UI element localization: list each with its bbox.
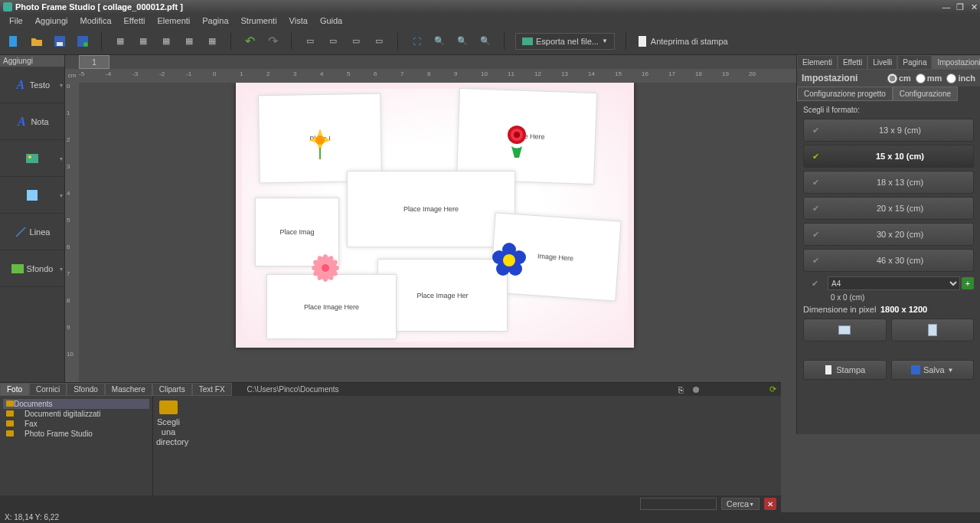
- add-format-button[interactable]: +: [962, 277, 974, 289]
- tree-pfs[interactable]: Photo Frame Studio: [3, 429, 149, 439]
- format-13x9[interactable]: ✔13 x 9 (cm): [803, 119, 974, 142]
- new-icon[interactable]: [6, 34, 21, 49]
- tool-linea[interactable]: Linea: [0, 214, 64, 250]
- browser-tab-maschere[interactable]: Maschere: [105, 383, 152, 396]
- align-4-icon[interactable]: ▦: [181, 34, 197, 49]
- rp-tab-elementi[interactable]: Elementi: [797, 55, 838, 70]
- tool-nota[interactable]: ANota: [0, 103, 64, 140]
- align-5-icon[interactable]: ▦: [204, 34, 220, 49]
- custom-format-select[interactable]: A4: [828, 276, 960, 290]
- app-logo-icon: [3, 2, 12, 11]
- undo-icon[interactable]: ↶: [242, 34, 257, 49]
- subtab-config[interactable]: Configurazione: [893, 87, 958, 101]
- ruler-horizontal: -5-4-3-2-1012345678910111213141516171819…: [79, 69, 796, 83]
- menu-aggiungi[interactable]: Aggiungi: [29, 15, 74, 27]
- browser-tab-textfx[interactable]: Text FX: [192, 383, 232, 396]
- cancel-search-button[interactable]: ✕: [764, 498, 776, 510]
- document-tab-1[interactable]: 1: [79, 55, 109, 69]
- tool-sfondo[interactable]: Sfondo▾: [0, 250, 64, 287]
- svg-rect-6: [639, 36, 646, 47]
- format-30x20[interactable]: ✔30 x 20 (cm): [803, 223, 974, 246]
- zoom-out-icon[interactable]: 🔍: [455, 34, 470, 49]
- rp-tab-impostazioni[interactable]: Impostazioni: [932, 55, 980, 70]
- format-46x30[interactable]: ✔46 x 30 (cm): [803, 249, 974, 272]
- orientation-landscape[interactable]: [803, 319, 887, 342]
- rp-tab-livelli[interactable]: Livelli: [867, 55, 897, 70]
- image-icon: [26, 152, 38, 165]
- maximize-button[interactable]: ❐: [954, 2, 966, 12]
- choose-directory-button[interactable]: Scegli una directory: [153, 396, 184, 450]
- left-tool-panel: Aggiungi ATesto▾ ANota ▾ ▾ Linea Sfondo▾: [0, 55, 65, 434]
- subtab-proj-config[interactable]: Configurazione progetto: [797, 87, 893, 101]
- menubar: File Aggiungi Modifica Effetti Elementi …: [0, 14, 980, 28]
- menu-guida[interactable]: Guida: [314, 15, 348, 27]
- rp-tab-pagina[interactable]: Pagina: [897, 55, 932, 70]
- minimize-button[interactable]: —: [940, 2, 952, 12]
- browser-path: C:\Users\Pinco\Documents: [247, 385, 678, 394]
- layer-2-icon[interactable]: ▭: [325, 34, 341, 49]
- background-icon: [11, 263, 24, 275]
- format-15x10[interactable]: ✔15 x 10 (cm): [803, 145, 974, 168]
- custom-size-label: 0 x 0 (cm): [803, 293, 974, 302]
- tool-image[interactable]: ▾: [0, 140, 64, 177]
- browser-tab-sfondo[interactable]: Sfondo: [67, 383, 105, 396]
- menu-elementi[interactable]: Elementi: [151, 15, 196, 27]
- menu-pagina[interactable]: Pagina: [196, 15, 234, 27]
- save-icon[interactable]: [52, 34, 67, 49]
- unit-inch[interactable]: inch: [946, 74, 975, 83]
- search-input[interactable]: [640, 498, 717, 510]
- redo-icon[interactable]: ↷: [265, 34, 280, 49]
- orientation-portrait[interactable]: [891, 319, 975, 342]
- svg-rect-0: [9, 36, 17, 47]
- menu-file[interactable]: File: [3, 15, 29, 27]
- tree-fax[interactable]: Fax: [3, 419, 149, 429]
- search-button[interactable]: Cerca ▼: [721, 498, 760, 510]
- asset-browser: Foto Cornici Sfondo Maschere Cliparts Te…: [0, 382, 781, 512]
- tool-testo[interactable]: ATesto▾: [0, 67, 64, 103]
- copy-icon[interactable]: ⎘: [678, 385, 684, 394]
- format-18x13[interactable]: ✔18 x 13 (cm): [803, 171, 974, 194]
- svg-rect-2: [57, 42, 63, 46]
- layer-4-icon[interactable]: ▭: [371, 34, 387, 49]
- browser-tab-cornici[interactable]: Cornici: [29, 383, 67, 396]
- open-icon[interactable]: [29, 34, 44, 49]
- unit-cm[interactable]: cm: [887, 74, 911, 83]
- save-button[interactable]: Salva▼: [891, 360, 975, 380]
- save-as-icon[interactable]: [75, 34, 90, 49]
- print-button[interactable]: Stampa: [803, 360, 887, 380]
- pixel-dim-value: 1800 x 1200: [880, 305, 927, 314]
- tree-digitalizzati[interactable]: Documenti digitalizzati: [3, 409, 149, 419]
- align-3-icon[interactable]: ▦: [158, 34, 174, 49]
- zoom-fit-icon[interactable]: ⛶: [409, 34, 424, 49]
- rp-tab-effetti[interactable]: Effetti: [838, 55, 867, 70]
- svg-rect-11: [11, 264, 24, 273]
- thumbnail-size-slider[interactable]: [688, 386, 765, 394]
- tool-shape[interactable]: ▾: [0, 177, 64, 214]
- menu-vista[interactable]: Vista: [283, 15, 314, 27]
- window-title: Photo Frame Studio [ collage_000012.pft …: [15, 2, 939, 11]
- page[interactable]: Place I Image Here Place Image Here Plac…: [236, 83, 634, 348]
- layer-3-icon[interactable]: ▭: [348, 34, 364, 49]
- browser-tab-cliparts[interactable]: Cliparts: [152, 383, 192, 396]
- align-1-icon[interactable]: ▦: [113, 34, 128, 49]
- text-icon: A: [15, 79, 27, 91]
- line-icon: [15, 226, 27, 238]
- menu-strumenti[interactable]: Strumenti: [235, 15, 283, 27]
- svg-rect-30: [825, 365, 831, 374]
- settings-title: Impostazioni: [802, 73, 858, 83]
- zoom-in-icon[interactable]: 🔍: [432, 34, 447, 49]
- layer-1-icon[interactable]: ▭: [302, 34, 318, 49]
- close-button[interactable]: ✕: [968, 2, 980, 12]
- zoom-100-icon[interactable]: 🔍: [478, 34, 493, 49]
- align-2-icon[interactable]: ▦: [136, 34, 151, 49]
- export-button[interactable]: Esporta nel file... ▼: [515, 33, 615, 50]
- unit-mm[interactable]: mm: [916, 74, 942, 83]
- print-preview-button[interactable]: Anteprima di stampa: [637, 36, 728, 47]
- menu-effetti[interactable]: Effetti: [118, 15, 152, 27]
- tree-documents[interactable]: Documents: [3, 399, 149, 409]
- browser-tab-foto[interactable]: Foto: [0, 383, 29, 396]
- format-20x15[interactable]: ✔20 x 15 (cm): [803, 197, 974, 220]
- thumbnail-area: Scegli una directory: [153, 396, 781, 495]
- refresh-icon[interactable]: ⟳: [769, 384, 776, 394]
- menu-modifica[interactable]: Modifica: [74, 15, 118, 27]
